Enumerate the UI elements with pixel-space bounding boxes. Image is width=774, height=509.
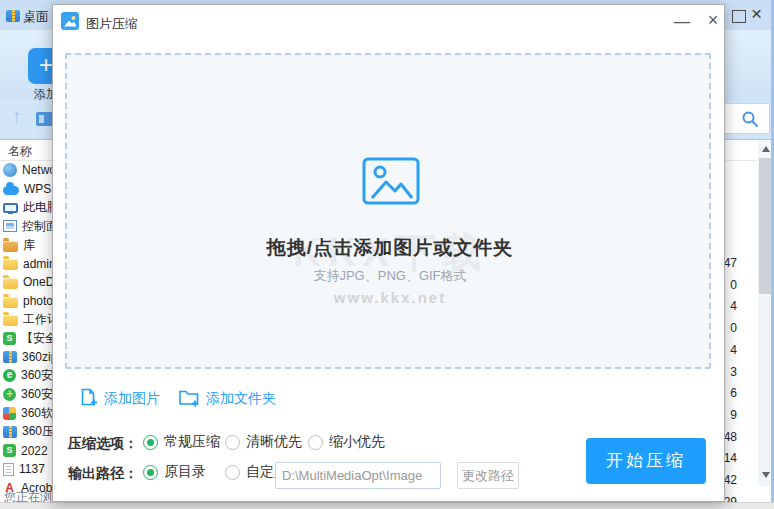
radio-icon[interactable] — [143, 465, 158, 480]
zip-file-icon — [3, 426, 17, 438]
image-placeholder-icon — [362, 157, 420, 209]
radio-icon[interactable] — [308, 435, 323, 450]
dialog-close-button[interactable]: × — [701, 10, 725, 32]
parent-close-button[interactable]: × — [751, 3, 762, 25]
output-path-input[interactable] — [275, 462, 441, 489]
antivirus-icon — [3, 388, 16, 401]
column-header-name: 名称 — [8, 143, 32, 160]
dialog-title: 图片压缩 — [86, 15, 138, 33]
control-panel-icon — [3, 220, 17, 232]
radio-icon[interactable] — [225, 435, 240, 450]
radio-original-dir[interactable]: 原目录 — [143, 463, 206, 481]
this-pc-icon — [3, 203, 18, 213]
add-image-button[interactable]: 添加图片 — [78, 387, 160, 411]
up-arrow-icon[interactable]: ↑ — [12, 106, 22, 128]
dropzone-sub-text: 支持JPG、PNG、GIF格式 — [67, 267, 713, 285]
browser-icon — [3, 369, 16, 382]
folder-icon — [3, 278, 18, 289]
radio-normal-compress[interactable]: 常规压缩 — [143, 433, 220, 451]
site-watermark: www.kkx.net — [67, 289, 713, 306]
output-path-label: 输出路径： — [68, 465, 138, 483]
folder-icon — [3, 315, 18, 326]
document-icon — [3, 463, 14, 476]
scroll-down-icon[interactable] — [762, 472, 770, 478]
file-label: photo — [23, 294, 53, 308]
folder-icon — [3, 297, 18, 308]
image-compress-dialog: 图片压缩 — × KKX下载 拖拽/点击添加图片或文件夹 支持JPG、PNG、G… — [52, 4, 725, 502]
library-icon — [3, 241, 18, 252]
add-folder-label: 添加文件夹 — [206, 390, 276, 408]
radio-size-first[interactable]: 缩小优先 — [308, 433, 385, 451]
dropzone[interactable]: KKX下载 拖拽/点击添加图片或文件夹 支持JPG、PNG、GIF格式 www.… — [65, 53, 711, 369]
maximize-button[interactable] — [732, 10, 746, 23]
radio-label: 原目录 — [164, 463, 206, 481]
green-s-icon — [3, 444, 16, 457]
radio-clarity-first[interactable]: 清晰优先 — [225, 433, 302, 451]
radio-icon[interactable] — [225, 465, 240, 480]
radio-label: 缩小优先 — [329, 433, 385, 451]
file-label: 库 — [23, 237, 35, 254]
start-compress-button[interactable]: 开始压缩 — [586, 438, 706, 484]
radio-label: 常规压缩 — [164, 433, 220, 451]
change-path-button[interactable]: 更改路径 — [457, 462, 519, 489]
software-manager-icon — [3, 407, 16, 420]
radio-icon[interactable] — [143, 435, 158, 450]
network-icon — [3, 163, 17, 177]
parent-window-title: 桌面 — [23, 8, 49, 26]
add-folder-button[interactable]: 添加文件夹 — [178, 387, 276, 411]
wps-cloud-icon — [3, 186, 19, 195]
dropzone-main-text: 拖拽/点击添加图片或文件夹 — [67, 235, 713, 261]
search-icon[interactable] — [741, 110, 759, 132]
app-zip-icon — [6, 10, 20, 22]
green-s-icon — [3, 332, 16, 345]
add-image-label: 添加图片 — [104, 390, 160, 408]
zip-file-icon — [3, 351, 17, 363]
scroll-up-icon[interactable] — [762, 146, 770, 152]
window-bottom-edge — [0, 502, 774, 509]
file-label: admin — [23, 257, 56, 271]
file-label: 2022 — [21, 444, 48, 458]
folder-icon — [3, 259, 18, 270]
dialog-image-icon — [61, 12, 79, 34]
add-image-icon — [78, 387, 98, 411]
dialog-minimize-button[interactable]: — — [670, 13, 694, 33]
compress-options-label: 压缩选项： — [68, 435, 138, 453]
radio-label: 清晰优先 — [246, 433, 302, 451]
add-folder-icon — [178, 387, 200, 411]
file-label: 1137 — [19, 462, 45, 476]
